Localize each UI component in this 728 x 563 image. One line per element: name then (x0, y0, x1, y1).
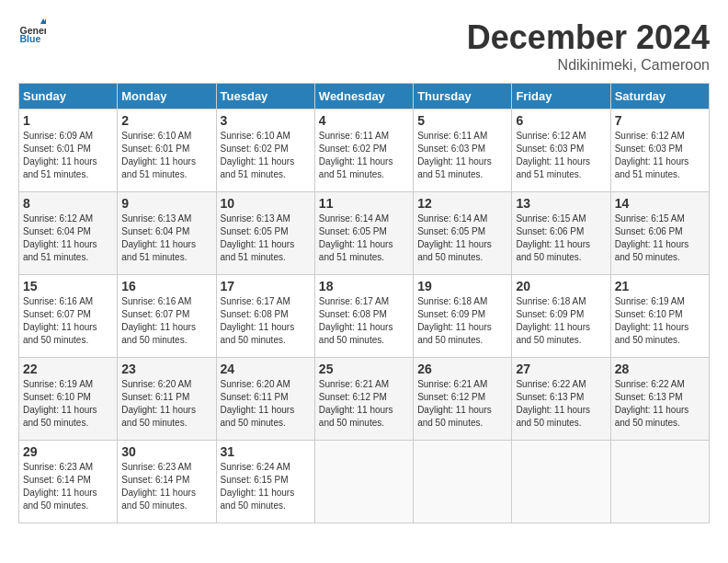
day-number: 1 (23, 113, 113, 128)
logo-icon: General Blue (18, 18, 46, 46)
calendar-body: 1 Sunrise: 6:09 AM Sunset: 6:01 PM Dayli… (19, 109, 710, 523)
table-row: 17 Sunrise: 6:17 AM Sunset: 6:08 PM Dayl… (216, 275, 314, 358)
day-number: 23 (121, 362, 211, 376)
logo: General Blue (18, 18, 46, 46)
day-number: 26 (417, 362, 507, 376)
page-header: General Blue December 2024 Ndikinimeki, … (18, 18, 710, 74)
day-number: 30 (121, 444, 211, 459)
day-info: Sunrise: 6:13 AM Sunset: 6:04 PM Dayligh… (121, 213, 211, 264)
day-info: Sunrise: 6:22 AM Sunset: 6:13 PM Dayligh… (516, 378, 606, 430)
day-info: Sunrise: 6:18 AM Sunset: 6:09 PM Dayligh… (516, 295, 606, 347)
calendar-row: 1 Sunrise: 6:09 AM Sunset: 6:01 PM Dayli… (19, 109, 710, 192)
day-info: Sunrise: 6:23 AM Sunset: 6:14 PM Dayligh… (23, 461, 113, 512)
empty-cell (314, 441, 413, 523)
table-row: 18 Sunrise: 6:17 AM Sunset: 6:08 PM Dayl… (314, 275, 413, 358)
day-number: 25 (319, 362, 409, 376)
table-row: 31 Sunrise: 6:24 AM Sunset: 6:15 PM Dayl… (216, 441, 314, 523)
title-block: December 2024 Ndikinimeki, Cameroon (467, 18, 710, 74)
table-row: 11 Sunrise: 6:14 AM Sunset: 6:05 PM Dayl… (314, 192, 413, 275)
day-info: Sunrise: 6:23 AM Sunset: 6:14 PM Dayligh… (121, 461, 211, 512)
day-info: Sunrise: 6:15 AM Sunset: 6:06 PM Dayligh… (615, 213, 705, 264)
day-info: Sunrise: 6:24 AM Sunset: 6:15 PM Dayligh… (221, 461, 311, 512)
day-info: Sunrise: 6:21 AM Sunset: 6:12 PM Dayligh… (417, 378, 507, 430)
day-number: 3 (221, 113, 311, 128)
day-number: 14 (615, 196, 705, 211)
table-row: 25 Sunrise: 6:21 AM Sunset: 6:12 PM Dayl… (314, 358, 413, 441)
table-row: 16 Sunrise: 6:16 AM Sunset: 6:07 PM Dayl… (118, 275, 216, 358)
col-thursday: Thursday (414, 84, 512, 109)
col-wednesday: Wednesday (314, 84, 413, 109)
day-number: 4 (319, 113, 409, 128)
day-info: Sunrise: 6:11 AM Sunset: 6:02 PM Dayligh… (319, 130, 409, 181)
day-number: 11 (319, 196, 409, 211)
day-number: 31 (221, 444, 311, 459)
table-row: 5 Sunrise: 6:11 AM Sunset: 6:03 PM Dayli… (414, 109, 512, 192)
day-number: 29 (23, 444, 113, 459)
table-row: 21 Sunrise: 6:19 AM Sunset: 6:10 PM Dayl… (610, 275, 709, 358)
calendar-row: 15 Sunrise: 6:16 AM Sunset: 6:07 PM Dayl… (19, 275, 710, 358)
day-number: 2 (121, 113, 211, 128)
calendar-row: 8 Sunrise: 6:12 AM Sunset: 6:04 PM Dayli… (19, 192, 710, 275)
calendar-subtitle: Ndikinimeki, Cameroon (467, 57, 710, 74)
day-info: Sunrise: 6:14 AM Sunset: 6:05 PM Dayligh… (417, 213, 507, 264)
day-info: Sunrise: 6:12 AM Sunset: 6:03 PM Dayligh… (516, 130, 606, 181)
day-number: 20 (516, 279, 606, 293)
day-info: Sunrise: 6:20 AM Sunset: 6:11 PM Dayligh… (121, 378, 211, 430)
table-row: 28 Sunrise: 6:22 AM Sunset: 6:13 PM Dayl… (610, 358, 709, 441)
day-number: 5 (417, 113, 507, 128)
day-number: 12 (417, 196, 507, 211)
day-info: Sunrise: 6:19 AM Sunset: 6:10 PM Dayligh… (615, 295, 705, 347)
table-row: 15 Sunrise: 6:16 AM Sunset: 6:07 PM Dayl… (19, 275, 118, 358)
day-number: 17 (221, 279, 311, 293)
day-info: Sunrise: 6:10 AM Sunset: 6:02 PM Dayligh… (221, 130, 311, 181)
table-row: 9 Sunrise: 6:13 AM Sunset: 6:04 PM Dayli… (118, 192, 216, 275)
day-info: Sunrise: 6:11 AM Sunset: 6:03 PM Dayligh… (417, 130, 507, 181)
table-row: 19 Sunrise: 6:18 AM Sunset: 6:09 PM Dayl… (414, 275, 512, 358)
empty-cell (610, 441, 709, 523)
day-info: Sunrise: 6:16 AM Sunset: 6:07 PM Dayligh… (121, 295, 211, 347)
calendar-row: 22 Sunrise: 6:19 AM Sunset: 6:10 PM Dayl… (19, 358, 710, 441)
calendar-title: December 2024 (467, 18, 710, 57)
day-number: 10 (221, 196, 311, 211)
day-info: Sunrise: 6:17 AM Sunset: 6:08 PM Dayligh… (221, 295, 311, 347)
table-row: 26 Sunrise: 6:21 AM Sunset: 6:12 PM Dayl… (414, 358, 512, 441)
table-row: 22 Sunrise: 6:19 AM Sunset: 6:10 PM Dayl… (19, 358, 118, 441)
day-info: Sunrise: 6:12 AM Sunset: 6:04 PM Dayligh… (23, 213, 113, 264)
day-number: 18 (319, 279, 409, 293)
day-number: 9 (121, 196, 211, 211)
day-info: Sunrise: 6:21 AM Sunset: 6:12 PM Dayligh… (319, 378, 409, 430)
col-tuesday: Tuesday (216, 84, 314, 109)
day-info: Sunrise: 6:16 AM Sunset: 6:07 PM Dayligh… (23, 295, 113, 347)
table-row: 14 Sunrise: 6:15 AM Sunset: 6:06 PM Dayl… (610, 192, 709, 275)
day-info: Sunrise: 6:10 AM Sunset: 6:01 PM Dayligh… (121, 130, 211, 181)
col-monday: Monday (118, 84, 216, 109)
day-number: 7 (615, 113, 705, 128)
table-row: 12 Sunrise: 6:14 AM Sunset: 6:05 PM Dayl… (414, 192, 512, 275)
table-row: 29 Sunrise: 6:23 AM Sunset: 6:14 PM Dayl… (19, 441, 118, 523)
table-row: 7 Sunrise: 6:12 AM Sunset: 6:03 PM Dayli… (610, 109, 709, 192)
table-row: 23 Sunrise: 6:20 AM Sunset: 6:11 PM Dayl… (118, 358, 216, 441)
day-number: 8 (23, 196, 113, 211)
day-info: Sunrise: 6:15 AM Sunset: 6:06 PM Dayligh… (516, 213, 606, 264)
empty-cell (414, 441, 512, 523)
col-friday: Friday (512, 84, 610, 109)
table-row: 13 Sunrise: 6:15 AM Sunset: 6:06 PM Dayl… (512, 192, 610, 275)
day-number: 28 (615, 362, 705, 376)
svg-text:Blue: Blue (20, 33, 41, 44)
table-row: 1 Sunrise: 6:09 AM Sunset: 6:01 PM Dayli… (19, 109, 118, 192)
calendar-row: 29 Sunrise: 6:23 AM Sunset: 6:14 PM Dayl… (19, 441, 710, 523)
table-row: 2 Sunrise: 6:10 AM Sunset: 6:01 PM Dayli… (118, 109, 216, 192)
day-number: 16 (121, 279, 211, 293)
day-info: Sunrise: 6:13 AM Sunset: 6:05 PM Dayligh… (221, 213, 311, 264)
day-info: Sunrise: 6:20 AM Sunset: 6:11 PM Dayligh… (221, 378, 311, 430)
day-number: 21 (615, 279, 705, 293)
day-info: Sunrise: 6:09 AM Sunset: 6:01 PM Dayligh… (23, 130, 113, 181)
table-row: 10 Sunrise: 6:13 AM Sunset: 6:05 PM Dayl… (216, 192, 314, 275)
day-number: 13 (516, 196, 606, 211)
table-row: 3 Sunrise: 6:10 AM Sunset: 6:02 PM Dayli… (216, 109, 314, 192)
table-row: 8 Sunrise: 6:12 AM Sunset: 6:04 PM Dayli… (19, 192, 118, 275)
day-number: 22 (23, 362, 113, 376)
col-sunday: Sunday (19, 84, 118, 109)
table-row: 27 Sunrise: 6:22 AM Sunset: 6:13 PM Dayl… (512, 358, 610, 441)
table-row: 24 Sunrise: 6:20 AM Sunset: 6:11 PM Dayl… (216, 358, 314, 441)
